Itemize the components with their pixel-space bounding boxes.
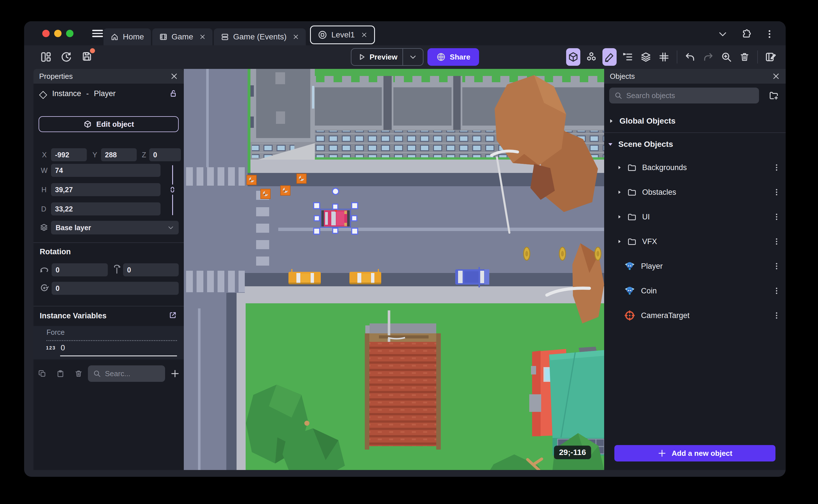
- window-menu-kebab-icon[interactable]: [765, 29, 774, 39]
- new-folder-icon[interactable]: [769, 90, 779, 101]
- redo-button[interactable]: [701, 48, 715, 66]
- view-3d-toggle[interactable]: [566, 48, 580, 66]
- add-new-object-button[interactable]: Add a new object: [614, 445, 775, 461]
- close-window-button[interactable]: [42, 30, 50, 37]
- rotate-handle[interactable]: [332, 188, 339, 194]
- item-menu-kebab-icon[interactable]: [773, 188, 781, 196]
- item-menu-kebab-icon[interactable]: [773, 164, 781, 171]
- paste-icon[interactable]: [56, 369, 65, 378]
- tree-item-coin[interactable]: Coin: [604, 282, 786, 299]
- variables-search-input[interactable]: [105, 369, 152, 378]
- layer-select[interactable]: Base layer: [51, 221, 179, 234]
- zoom-button[interactable]: [719, 48, 734, 66]
- caret-right-icon: [617, 189, 622, 195]
- scene-svg[interactable]: [184, 69, 604, 470]
- tree-item-label: Coin: [641, 287, 657, 295]
- chevron-down-icon: [167, 224, 174, 231]
- open-editor-button[interactable]: [764, 48, 778, 66]
- undo-button[interactable]: [683, 48, 697, 66]
- preview-options-button[interactable]: [403, 53, 423, 61]
- collapse-tabs-icon[interactable]: [718, 29, 728, 39]
- rotation-y-input[interactable]: [123, 263, 179, 276]
- item-menu-kebab-icon[interactable]: [773, 312, 781, 319]
- play-icon: [357, 52, 366, 62]
- rotation-z-input[interactable]: [52, 282, 179, 295]
- item-menu-kebab-icon[interactable]: [773, 213, 781, 221]
- y-input[interactable]: [101, 148, 137, 161]
- layers-button[interactable]: [639, 48, 653, 66]
- edit-object-button[interactable]: Edit object: [39, 116, 179, 132]
- cube-3d-icon: [568, 51, 579, 63]
- delete-button[interactable]: [737, 48, 752, 66]
- item-menu-kebab-icon[interactable]: [773, 262, 781, 270]
- close-objects-icon[interactable]: [772, 72, 780, 80]
- main-menu-icon[interactable]: [92, 28, 103, 39]
- variable-row[interactable]: Force 123 0: [33, 326, 184, 359]
- title-bar: Home Game Game (Events) Level1: [24, 21, 786, 45]
- h-input[interactable]: [51, 183, 160, 196]
- item-menu-kebab-icon[interactable]: [773, 287, 781, 295]
- scene-canvas[interactable]: 29;-116: [184, 69, 604, 470]
- item-menu-kebab-icon[interactable]: [773, 238, 781, 245]
- z-input[interactable]: [149, 148, 181, 161]
- tab-level1[interactable]: Level1: [310, 26, 375, 44]
- edit-mode-toggle[interactable]: [603, 48, 617, 66]
- tree-item-label: Obstacles: [642, 188, 676, 197]
- panels-layout-icon[interactable]: [40, 51, 52, 63]
- history-icon[interactable]: [60, 51, 72, 63]
- tab-label: Game (Events): [233, 32, 286, 41]
- tab-close-icon[interactable]: [361, 32, 367, 38]
- list-icon: [622, 51, 633, 63]
- tree-item-cameratarget[interactable]: CameraTarget: [604, 307, 786, 324]
- maximize-window-button[interactable]: [66, 30, 73, 37]
- objects-search-input[interactable]: [626, 91, 724, 100]
- instances-icon-button[interactable]: [584, 48, 599, 66]
- x-label: X: [42, 151, 47, 159]
- rotation-x-input[interactable]: [52, 263, 108, 276]
- tab-close-icon[interactable]: [199, 34, 206, 40]
- tab-game[interactable]: Game: [152, 28, 212, 45]
- game-object-building-left[interactable]: [250, 69, 315, 160]
- tree-item-ui[interactable]: UI: [604, 208, 786, 225]
- add-variable-icon[interactable]: [170, 369, 180, 378]
- x-input[interactable]: [51, 148, 87, 161]
- link-dimensions-icon[interactable]: [168, 185, 177, 194]
- delete-variable-icon[interactable]: [74, 369, 83, 378]
- w-input[interactable]: [51, 164, 160, 177]
- layers-icon: [640, 51, 652, 63]
- open-variables-external-icon[interactable]: [168, 311, 177, 319]
- object-3d-model-icon: [624, 261, 635, 272]
- objects-search[interactable]: [609, 88, 759, 103]
- section-scene-objects[interactable]: Scene Objects: [604, 135, 786, 153]
- game-object-tower[interactable]: [365, 310, 441, 450]
- tab-game-events[interactable]: Game (Events): [214, 28, 306, 45]
- variable-value[interactable]: 0: [61, 344, 65, 352]
- instance-diamond-icon: [39, 91, 47, 99]
- section-global-objects[interactable]: Global Objects: [604, 112, 786, 130]
- preview-button[interactable]: Preview: [351, 48, 424, 66]
- tree-item-obstacles[interactable]: Obstacles: [604, 184, 786, 201]
- plus-icon: [658, 449, 667, 458]
- close-properties-icon[interactable]: [170, 72, 178, 80]
- copy-icon[interactable]: [38, 369, 46, 378]
- game-object-car-blue[interactable]: [455, 267, 489, 287]
- grid-button[interactable]: [657, 48, 671, 66]
- tree-item-player[interactable]: Player: [604, 258, 786, 275]
- d-input[interactable]: [51, 202, 160, 215]
- unlock-icon[interactable]: [168, 89, 177, 98]
- tab-close-icon[interactable]: [293, 34, 299, 40]
- share-label: Share: [450, 53, 470, 62]
- game-object-player-car-selected[interactable]: [320, 209, 350, 227]
- tree-item-label: Backgrounds: [642, 163, 687, 172]
- edit-object-label: Edit object: [96, 120, 134, 129]
- tab-home[interactable]: Home: [103, 28, 151, 45]
- minimize-window-button[interactable]: [54, 30, 62, 37]
- tree-item-vfx[interactable]: VFX: [604, 233, 786, 250]
- w-label: W: [41, 166, 48, 175]
- extensions-puzzle-icon[interactable]: [741, 29, 752, 39]
- variables-search[interactable]: [88, 365, 165, 382]
- tree-item-backgrounds[interactable]: Backgrounds: [604, 159, 786, 176]
- toolbar: Preview Share: [24, 45, 786, 69]
- share-button[interactable]: Share: [428, 48, 479, 66]
- instances-list-button[interactable]: [621, 48, 635, 66]
